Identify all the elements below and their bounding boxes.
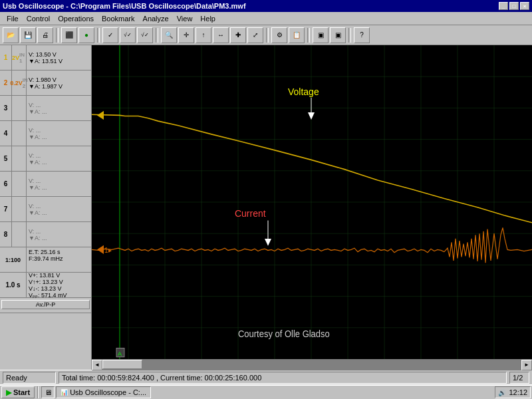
ch1-voltage: V: 13.50 V — [29, 51, 89, 58]
scope-display[interactable]: 1▸ Voltage Current Courtesy of Olle Glad… — [92, 45, 532, 359]
ch5-info: V: ... ▼A: ... — [27, 146, 91, 171]
toolbar-sep1 — [56, 28, 59, 43]
channel-6-row: 6 V: ... ▼A: ... — [0, 172, 91, 197]
ch8-scale[interactable] — [12, 222, 27, 247]
toolbar-zoom-in[interactable]: 🔍 — [161, 27, 177, 43]
ch3-scale[interactable] — [12, 96, 27, 120]
channel-4-row: 4 V: ... ▼A: ... — [0, 121, 91, 146]
toolbar-arrow-up[interactable]: ↑ — [196, 27, 211, 43]
status-bar: Ready Total time: 00:00:59:824.400 , Cur… — [0, 370, 532, 384]
ch4-info: V: ... ▼A: ... — [27, 121, 91, 146]
voltage-label: Voltage — [288, 86, 319, 97]
toolbar-sep4 — [266, 28, 269, 43]
menu-control[interactable]: Control — [23, 13, 54, 24]
ch8-number[interactable]: 8 — [0, 222, 12, 247]
toolbar-arrow-lr[interactable]: ↔ — [213, 27, 229, 43]
toolbar-box2[interactable]: ▣ — [330, 27, 346, 43]
taskbar-icon[interactable]: 🖥 — [41, 386, 55, 398]
ch8-info: V: ... ▼A: ... — [27, 222, 91, 247]
ch2-info: V: 1.980 V ▼A: 1.987 V — [27, 70, 91, 95]
ch2-scale[interactable]: 0.2VIN 2 — [12, 70, 27, 95]
minimize-button[interactable]: _ — [499, 2, 508, 10]
status-page: 1/2 — [509, 372, 529, 384]
page-number: 1/2 — [513, 374, 523, 382]
toolbar-expand[interactable]: ⤢ — [247, 27, 263, 43]
taskbar: ▶ Start 🖥 📊 Usb Oscilloscope - C:... 🔊 1… — [0, 384, 532, 399]
window-controls: _ □ × — [499, 2, 529, 10]
taskbar-app-button[interactable]: 📊 Usb Oscilloscope - C:... — [56, 386, 151, 398]
ch1-info: V: 13.50 V ▼A: 13.51 V — [27, 45, 91, 70]
status-ready: Ready — [3, 372, 56, 384]
start-button[interactable]: ▶ Start — [1, 386, 35, 398]
toolbar-print[interactable]: 🖨 — [37, 27, 53, 43]
courtesy-text: Courtesy of Olle Gladso — [238, 329, 330, 340]
scroll-track[interactable] — [102, 360, 521, 370]
taskbar-clock: 🔊 12:12 — [495, 386, 531, 398]
toolbar-check1[interactable]: ✓ — [102, 27, 118, 43]
toolbar-check3[interactable]: √✓ — [137, 27, 153, 43]
channel-8-row: 8 V: ... ▼A: ... — [0, 222, 91, 247]
toolbar-help[interactable]: ? — [354, 27, 370, 43]
current-label: Current — [235, 207, 266, 219]
window-title: Usb Oscilloscope - C:\Program Files\USB … — [3, 2, 246, 10]
clock-time: 12:12 — [509, 388, 527, 396]
toolbar-sep2 — [97, 28, 100, 43]
meas-vplus: V+: 13.81 V — [29, 272, 89, 279]
toolbar-settings1[interactable]: ⚙ — [271, 27, 287, 43]
toolbar-stop[interactable]: ⬛ — [61, 27, 77, 43]
ch6-scale[interactable] — [12, 172, 27, 196]
timebase-value[interactable]: 1.0 s — [0, 273, 27, 297]
toolbar-save[interactable]: 💾 — [20, 27, 36, 43]
menu-operations[interactable]: Operations — [54, 13, 98, 24]
ch1-scale[interactable]: 2VIN 1 — [12, 45, 27, 70]
title-bar: Usb Oscilloscope - C:\Program Files\USB … — [0, 0, 532, 12]
channel-2-row: 2 0.2VIN 2 V: 1.980 V ▼A: 1.987 V — [0, 70, 91, 96]
ch3-number[interactable]: 3 — [0, 96, 12, 120]
menu-view[interactable]: View — [173, 13, 197, 24]
toolbar-settings2[interactable]: 📋 — [289, 27, 305, 43]
ch5-scale[interactable] — [12, 146, 27, 171]
ch1-number[interactable]: 1 — [0, 45, 12, 70]
menu-analyze[interactable]: Analyze — [139, 13, 173, 24]
main-content: 1 2VIN 1 V: 13.50 V ▼A: 13.51 V 2 0.2VIN… — [0, 45, 532, 370]
scroll-thumb[interactable] — [102, 360, 142, 369]
menu-file[interactable]: File — [3, 13, 23, 24]
close-button[interactable]: × — [520, 2, 529, 10]
toolbar-open[interactable]: 📂 — [3, 27, 19, 43]
ch4-number[interactable]: 4 — [0, 121, 12, 146]
toolbar: 📂 💾 🖨 ⬛ ● ✓ √✓ √✓ 🔍 ✛ ↑ ↔ ✚ ⤢ ⚙ 📋 ▣ ▣ ? — [0, 25, 532, 45]
ch6-info: V: ... ▼A: ... — [27, 172, 91, 196]
scope-area: 1▸ Voltage Current Courtesy of Olle Glad… — [92, 45, 532, 370]
frequency: F:39.74 mHz — [29, 255, 89, 262]
maximize-button[interactable]: □ — [509, 2, 519, 10]
toolbar-cross[interactable]: ✚ — [230, 27, 246, 43]
left-panel: 1 2VIN 1 V: 13.50 V ▼A: 13.51 V 2 0.2VIN… — [0, 45, 92, 370]
ch7-scale[interactable] — [12, 197, 27, 221]
time-info: E.T: 25.16 s F:39.74 mHz — [27, 247, 91, 272]
timebase-section: 1.0 s V+: 13.81 V V↑+: 13.23 V V↓-: 13.2… — [0, 273, 91, 298]
toolbar-cursor[interactable]: ✛ — [178, 27, 194, 43]
menu-bar: File Control Operations Bookmark Analyze… — [0, 12, 532, 25]
toolbar-box1[interactable]: ▣ — [313, 27, 329, 43]
meas-vpplus: V↑+: 13.23 V — [29, 279, 89, 285]
taskbar-sep — [37, 386, 39, 398]
menu-help[interactable]: Help — [196, 13, 219, 24]
toolbar-check2[interactable]: √✓ — [120, 27, 136, 43]
menu-bookmark[interactable]: Bookmark — [98, 13, 139, 24]
ch2-voltage-avg: ▼A: 1.987 V — [29, 83, 89, 90]
scroll-right-button[interactable]: ► — [521, 360, 532, 370]
avpp-button[interactable]: Av./P-P — [1, 300, 90, 309]
ch5-number[interactable]: 5 — [0, 146, 12, 171]
ready-text: Ready — [6, 374, 27, 382]
status-time: Total time: 00:00:59:824.400 , Current t… — [59, 372, 507, 384]
ch1-voltage-avg: ▼A: 13.51 V — [29, 58, 89, 65]
ch6-number[interactable]: 6 — [0, 172, 12, 196]
ch2-voltage: V: 1.980 V — [29, 76, 89, 83]
scroll-left-button[interactable]: ◄ — [92, 360, 102, 370]
ch7-number[interactable]: 7 — [0, 197, 12, 221]
toolbar-run[interactable]: ● — [78, 27, 94, 43]
elapsed-time: E.T: 25.16 s — [29, 249, 89, 255]
time-ratio[interactable]: 1:100 — [0, 247, 27, 272]
channel-3-row: 3 V: ... ▼A: ... — [0, 96, 91, 121]
ch4-scale[interactable] — [12, 121, 27, 146]
